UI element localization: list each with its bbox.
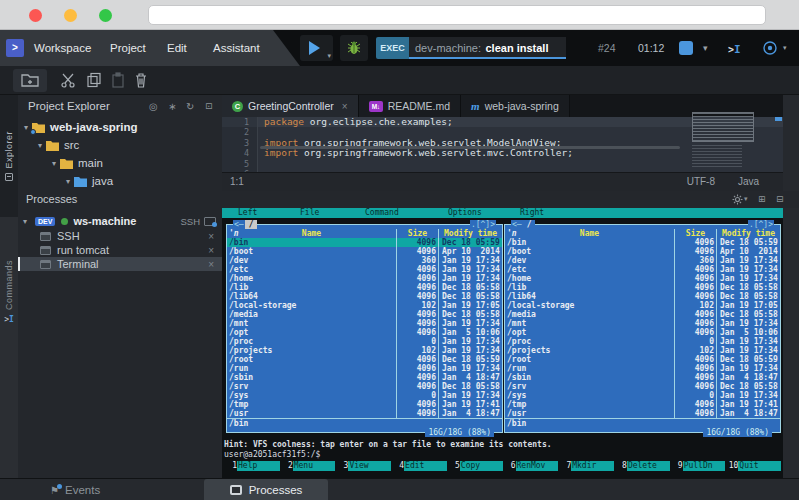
mc-menu-options[interactable]: Options xyxy=(448,208,482,218)
process-row-terminal[interactable]: Terminal × xyxy=(18,257,222,271)
mc-file-row[interactable]: /proc0Jan 19 17:34 xyxy=(227,337,502,346)
command-palette-button[interactable]: >I xyxy=(728,30,741,66)
terminal-panel[interactable]: Left File Command Options Right <─ / .[^… xyxy=(222,208,783,478)
chevron-down-icon[interactable]: ▾ xyxy=(24,123,28,132)
mc-file-row[interactable]: /local-storage102Jan 19 17:05 xyxy=(227,301,502,310)
mc-menu-command[interactable]: Command xyxy=(365,208,399,218)
mc-fkey-quit[interactable]: 10Quit xyxy=(725,461,781,471)
mc-file-row[interactable]: /run4096Jan 19 17:34 xyxy=(227,364,502,373)
mc-file-row[interactable]: /root4096Dec 18 05:59 xyxy=(227,355,502,364)
mc-file-row[interactable]: /mnt4096Jan 19 17:34 xyxy=(505,319,780,328)
mc-file-row[interactable]: /boot4096Apr 10 2014 xyxy=(505,247,780,256)
mc-file-row[interactable]: /tmp4096Jan 19 17:41 xyxy=(227,400,502,409)
tree-item-java[interactable]: ▾ java xyxy=(18,172,222,190)
mc-file-row[interactable]: /root4096Dec 18 05:59 xyxy=(505,355,780,364)
tree-item-main[interactable]: ▾ main xyxy=(18,154,222,172)
editor-tab-web-java-spring[interactable]: m web-java-spring xyxy=(461,95,570,117)
cut-icon[interactable] xyxy=(60,72,76,88)
menu-edit[interactable]: Edit xyxy=(167,30,187,66)
mc-fkey-mkdir[interactable]: 7Mkdir xyxy=(558,461,614,471)
side-tab-explorer[interactable]: Explorer xyxy=(0,95,18,217)
delete-icon[interactable] xyxy=(133,72,149,88)
mc-menu-right[interactable]: Right xyxy=(520,208,544,218)
mc-file-row[interactable]: /lib644096Dec 18 05:58 xyxy=(505,292,780,301)
side-tab-commands[interactable]: Commands >I xyxy=(0,217,18,367)
mc-file-row[interactable]: /dev360Jan 19 17:34 xyxy=(505,256,780,265)
mc-file-row[interactable]: /lib4096Dec 18 05:58 xyxy=(227,283,502,292)
close-process-icon[interactable]: × xyxy=(208,245,214,256)
machine-row[interactable]: ▾ DEV ws-machine SSH xyxy=(18,213,222,229)
minimize-panel-icon[interactable]: ⊟ xyxy=(776,191,784,208)
mc-file-row[interactable]: /etc4096Jan 19 17:34 xyxy=(227,265,502,274)
mc-file-row[interactable]: /sys0Jan 19 17:34 xyxy=(505,391,780,400)
mc-file-row[interactable]: /srv4096Dec 18 05:58 xyxy=(227,382,502,391)
menu-assistant[interactable]: Assistant xyxy=(213,30,260,66)
mc-file-row[interactable]: /projects102Jan 19 17:34 xyxy=(505,346,780,355)
shell-prompt[interactable]: user@a2051acf31f5:/$ xyxy=(224,450,320,459)
editor-horizontal-scrollbar[interactable] xyxy=(260,146,680,149)
tab-processes[interactable]: Processes xyxy=(204,479,328,500)
mc-file-row[interactable]: /bin4096Dec 18 05:59 xyxy=(227,238,502,247)
mc-file-row[interactable]: /home4096Jan 19 17:34 xyxy=(227,274,502,283)
browser-address-bar[interactable] xyxy=(148,5,766,25)
menu-project[interactable]: Project xyxy=(110,30,146,66)
mc-panel-right[interactable]: <─ / .[^]> 'nName Size Modify time /bin4… xyxy=(504,224,781,433)
mc-file-row[interactable]: /opt4096Jan 5 10:06 xyxy=(505,328,780,337)
mc-file-row[interactable]: /bin4096Dec 18 05:59 xyxy=(505,238,780,247)
copy-icon[interactable] xyxy=(86,72,102,88)
process-row-run-tomcat[interactable]: run tomcat × xyxy=(18,243,222,257)
tab-events[interactable]: ⚑ Events xyxy=(50,479,100,500)
mc-file-row[interactable]: /media4096Dec 18 05:58 xyxy=(505,310,780,319)
mc-fkey-copy[interactable]: 5Copy xyxy=(447,461,503,471)
refresh-icon[interactable]: ↻ xyxy=(186,95,194,118)
add-terminal-icon[interactable]: ⊞ xyxy=(758,191,766,208)
menu-workspace[interactable]: Workspace xyxy=(34,30,91,66)
debug-target-icon[interactable] xyxy=(762,40,778,56)
import-project-button[interactable] xyxy=(13,69,47,92)
chevron-down-icon[interactable]: ▾ xyxy=(66,177,70,186)
zoom-window-icon[interactable] xyxy=(99,9,112,22)
process-row-ssh[interactable]: SSH × xyxy=(18,229,222,243)
debug-button[interactable] xyxy=(340,35,368,61)
mc-file-row[interactable]: /home4096Jan 19 17:34 xyxy=(505,274,780,283)
close-window-icon[interactable] xyxy=(29,9,42,22)
mc-file-row[interactable]: /proc0Jan 19 17:34 xyxy=(505,337,780,346)
mc-file-row[interactable]: /lib4096Dec 18 05:58 xyxy=(505,283,780,292)
mc-file-row[interactable]: /boot4096Apr 10 2014 xyxy=(227,247,502,256)
chevron-down-icon[interactable]: ▾ xyxy=(703,30,708,66)
mc-file-row[interactable]: /sbin4096Jan 4 18:47 xyxy=(505,373,780,382)
mc-file-row[interactable]: /lib644096Dec 18 05:58 xyxy=(227,292,502,301)
mc-file-row[interactable]: /sys0Jan 19 17:34 xyxy=(227,391,502,400)
mc-file-row[interactable]: /dev360Jan 19 17:34 xyxy=(227,256,502,265)
command-selector[interactable]: dev-machine: clean install xyxy=(409,37,566,59)
editor-minimap[interactable] xyxy=(692,112,756,169)
mc-file-row[interactable]: /usr4096Jan 4 18:47 xyxy=(227,409,502,418)
mc-menu-left[interactable]: Left xyxy=(238,208,257,218)
tree-item-project[interactable]: ▾ web-java-spring xyxy=(18,118,222,136)
mc-panel-left[interactable]: <─ / .[^]> 'nName Size Modify time /bin4… xyxy=(226,224,503,433)
mc-file-row[interactable]: /etc4096Jan 19 17:34 xyxy=(505,265,780,274)
mc-fkey-view[interactable]: 3View xyxy=(335,461,391,471)
mc-fkey-pulldn[interactable]: 9PullDn xyxy=(670,461,726,471)
chevron-down-icon[interactable]: ▾ xyxy=(23,217,27,226)
mc-fkey-edit[interactable]: 4Edit xyxy=(391,461,447,471)
mc-current-path[interactable]: / xyxy=(245,220,258,229)
mc-file-row[interactable]: /tmp4096Jan 19 17:41 xyxy=(505,400,780,409)
minimap-viewport[interactable] xyxy=(692,112,754,142)
collapse-all-icon[interactable]: ∗ xyxy=(168,95,176,118)
mc-fkey-help[interactable]: 1Help xyxy=(224,461,280,471)
workspace-chevron-button[interactable]: > xyxy=(6,39,24,57)
mc-file-row[interactable]: /mnt4096Jan 19 17:34 xyxy=(227,319,502,328)
editor-tab-readme[interactable]: M↓ README.md xyxy=(359,95,461,117)
editor-tab-greetingcontroller[interactable]: C GreetingController × xyxy=(222,95,359,117)
machine-terminal-icon[interactable] xyxy=(204,217,216,226)
mc-menu-file[interactable]: File xyxy=(300,208,319,218)
minimize-panel-icon[interactable]: ⊡ xyxy=(205,95,213,118)
gear-icon[interactable] xyxy=(732,191,743,208)
link-with-editor-icon[interactable]: ◎ xyxy=(149,95,158,118)
close-process-icon[interactable]: × xyxy=(208,259,214,270)
run-command-button[interactable]: ▾ xyxy=(300,35,333,61)
tree-item-src[interactable]: ▾ src xyxy=(18,136,222,154)
chevron-down-icon[interactable]: ▾ xyxy=(783,30,787,66)
mc-file-row[interactable]: /sbin4096Jan 4 18:47 xyxy=(227,373,502,382)
